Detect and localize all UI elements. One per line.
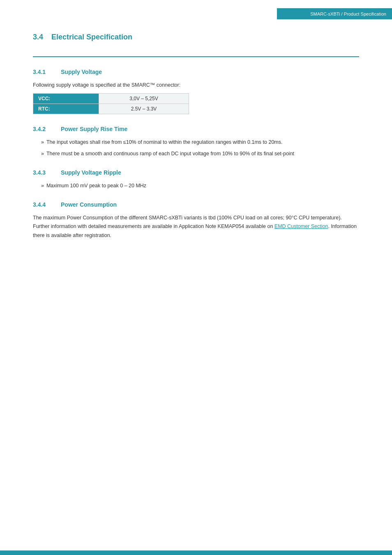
subsection-3-4-1: 3.4.1 Supply Voltage Following supply vo… bbox=[33, 69, 359, 114]
sub-number-3-4-1: 3.4.1 bbox=[33, 69, 53, 75]
sub-title-3-4-2: Power Supply Rise Time bbox=[61, 126, 127, 132]
footer-bar: 14 bbox=[0, 550, 392, 555]
bullet-text-rise-time-2: There must be a smooth and continuous ra… bbox=[46, 150, 359, 158]
table-row-vcc: VCC: 3,0V – 5,25V bbox=[33, 94, 189, 104]
page-container: SMARC-sXBTi / Product Specification 3.4 … bbox=[0, 8, 392, 555]
bullet-rise-time-2: » There must be a smooth and continuous … bbox=[41, 150, 359, 158]
section-divider bbox=[33, 56, 359, 57]
sub-heading-3-4-3: 3.4.3 Supply Voltage Ripple bbox=[33, 169, 359, 176]
subsection-3-4-3: 3.4.3 Supply Voltage Ripple » Maximum 10… bbox=[33, 169, 359, 190]
rtc-label: RTC: bbox=[33, 104, 99, 114]
supply-voltage-intro: Following supply voltage is specified at… bbox=[33, 81, 359, 89]
subsection-3-4-4: 3.4.4 Power Consumption The maximum Powe… bbox=[33, 201, 359, 240]
sub-title-3-4-4: Power Consumption bbox=[61, 201, 117, 208]
sub-number-3-4-4: 3.4.4 bbox=[33, 201, 53, 208]
main-heading: 3.4 Electrical Specification bbox=[33, 33, 359, 45]
rtc-value: 2.5V – 3.3V bbox=[99, 104, 189, 114]
section-title: Electrical Specification bbox=[51, 33, 132, 41]
sub-title-3-4-3: Supply Voltage Ripple bbox=[61, 169, 121, 176]
voltage-table: VCC: 3,0V – 5,25V RTC: 2.5V – 3.3V bbox=[33, 93, 189, 114]
subsection-3-4-2: 3.4.2 Power Supply Rise Time » The input… bbox=[33, 126, 359, 158]
content-area: 3.4 Electrical Specification 3.4.1 Suppl… bbox=[0, 8, 392, 274]
bullet-text-rise-time-1: The input voltages shall rise from ≤10% … bbox=[46, 138, 359, 146]
bullet-arrow-2: » bbox=[41, 150, 44, 158]
table-row-rtc: RTC: 2.5V – 3.3V bbox=[33, 104, 189, 114]
sub-number-3-4-3: 3.4.3 bbox=[33, 169, 53, 176]
vcc-label: VCC: bbox=[33, 94, 99, 104]
sub-heading-3-4-4: 3.4.4 Power Consumption bbox=[33, 201, 359, 208]
emd-customer-section-link[interactable]: EMD Customer Section bbox=[274, 223, 328, 229]
bullet-ripple-1: » Maximum 100 mV peak to peak 0 – 20 MHz bbox=[41, 182, 359, 190]
section-number: 3.4 bbox=[33, 33, 43, 41]
vcc-value: 3,0V – 5,25V bbox=[99, 94, 189, 104]
sub-number-3-4-2: 3.4.2 bbox=[33, 126, 53, 132]
sub-heading-3-4-1: 3.4.1 Supply Voltage bbox=[33, 69, 359, 75]
bullet-arrow-3: » bbox=[41, 182, 44, 190]
bullet-rise-time-1: » The input voltages shall rise from ≤10… bbox=[41, 138, 359, 146]
bullet-arrow-1: » bbox=[41, 138, 44, 146]
power-consumption-text: The maximum Power Consumption of the dif… bbox=[33, 214, 359, 240]
bullet-text-ripple-1: Maximum 100 mV peak to peak 0 – 20 MHz bbox=[46, 182, 359, 190]
sub-title-3-4-1: Supply Voltage bbox=[61, 69, 102, 75]
header-bar: SMARC-sXBTi / Product Specification bbox=[277, 8, 392, 19]
header-text: SMARC-sXBTi / Product Specification bbox=[310, 12, 386, 16]
sub-heading-3-4-2: 3.4.2 Power Supply Rise Time bbox=[33, 126, 359, 132]
